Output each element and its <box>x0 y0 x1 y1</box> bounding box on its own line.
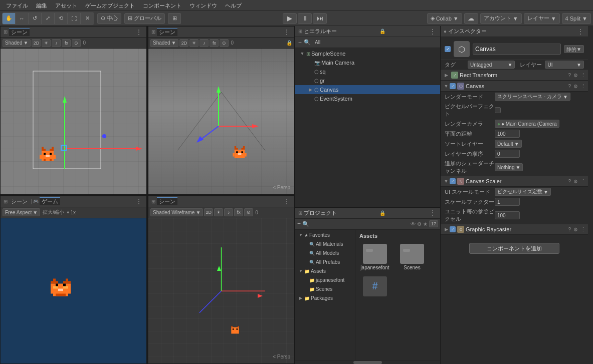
project-scrollbar[interactable] <box>295 360 440 364</box>
shading-dropdown-tl[interactable]: Shaded ▼ <box>3 39 31 47</box>
scene-content-tl[interactable] <box>1 49 146 194</box>
canvas-enable-check[interactable]: ✓ <box>450 83 456 89</box>
tab-game-bl[interactable]: ゲーム <box>40 197 60 205</box>
split-dropdown[interactable]: 4 Split ▼ <box>562 13 591 24</box>
raycaster-help-icon[interactable]: ? <box>568 227 571 232</box>
fx-btn-tr[interactable]: fx <box>210 39 219 47</box>
pause-button[interactable]: ⏸ <box>298 13 312 24</box>
step-button[interactable]: ⏭ <box>313 13 327 24</box>
proj-all-materials[interactable]: 🔍 All Materials <box>295 240 355 249</box>
proj-all-models[interactable]: 🔍 All Models <box>295 249 355 258</box>
proj-japanesefont[interactable]: 📁 japanesefont <box>295 276 355 285</box>
canvas-menu-icon[interactable]: ⋮ <box>580 83 586 90</box>
tab-scene-br[interactable]: シーン <box>157 197 177 205</box>
light-btn-tr[interactable]: ☀ <box>189 39 199 47</box>
layer-order-input[interactable] <box>495 150 520 158</box>
pivot-dropdown[interactable]: ⊙ 中心 <box>97 13 121 24</box>
sort-layer-dropdown[interactable]: Default ▼ <box>495 140 522 148</box>
aspect-dropdown[interactable]: Free Aspect ▼ <box>3 208 40 216</box>
plane-dist-input[interactable] <box>495 130 520 138</box>
component-canvas-scaler-header[interactable]: ▼ ✓ ⤡ Canvas Scaler ? ⚙ ⋮ <box>441 176 588 187</box>
light-btn-tl[interactable]: ☀ <box>42 39 51 47</box>
add-component-button[interactable]: コンポーネントを追加 <box>469 243 559 254</box>
scaler-menu-icon[interactable]: ⋮ <box>580 178 586 185</box>
2d-btn-tr[interactable]: 2D <box>179 39 188 47</box>
cloud-button[interactable]: ☁ <box>464 13 478 24</box>
tree-item-eventsystem[interactable]: ⬡ EventSystem <box>295 94 440 103</box>
raycaster-settings-icon[interactable]: ⚙ <box>573 227 578 232</box>
menu-gameobject[interactable]: ゲームオブジェクト <box>81 0 139 11</box>
component-rect-transform[interactable]: ▶ ⤢ Rect Transform ? ⚙ ⋮ <box>441 70 588 81</box>
hierarchy-search-input[interactable] <box>313 39 437 47</box>
panel-tl-menu[interactable]: ⋮ <box>134 28 143 36</box>
project-add-btn[interactable]: + <box>297 220 301 227</box>
tree-item-canvas[interactable]: ▶ ⬡ Canvas <box>295 85 440 94</box>
tree-item-sq[interactable]: ⬡ sq <box>295 67 440 76</box>
menu-file[interactable]: ファイル <box>2 0 32 11</box>
inspector-menu[interactable]: ⋮ <box>576 28 585 36</box>
tool-custom[interactable]: ✕ <box>81 13 94 24</box>
account-dropdown[interactable]: アカウント ▼ <box>480 13 522 24</box>
tool-move[interactable]: ↔ <box>16 13 29 24</box>
tool-transform[interactable]: ⛶ <box>68 13 81 24</box>
project-eye-btn[interactable]: 👁 <box>411 221 416 227</box>
audio-btn-br[interactable]: ♪ <box>224 208 233 216</box>
project-lock[interactable]: 🔒 <box>379 210 385 216</box>
rect-help-icon[interactable]: ? <box>568 73 571 78</box>
hierarchy-lock[interactable]: 🔒 <box>379 29 385 34</box>
tree-item-samplescene[interactable]: ▼ ⊞ SampleScene <box>295 49 440 58</box>
component-raycaster-header[interactable]: ▶ ✓ ⊙ Graphic Raycaster ? ⚙ ⋮ <box>441 224 588 235</box>
project-filter-btn[interactable]: ⚙ <box>417 221 422 227</box>
project-menu[interactable]: ⋮ <box>428 209 437 217</box>
audio-btn-tr[interactable]: ♪ <box>200 39 209 47</box>
scene-content-br[interactable]: y x z <box>148 218 294 364</box>
tag-dropdown[interactable]: Untagged ▼ <box>468 61 515 69</box>
panel-bl-menu[interactable]: ⋮ <box>134 197 143 205</box>
raycaster-enable-check[interactable]: ✓ <box>450 226 456 232</box>
rect-settings-icon[interactable]: ⚙ <box>573 73 578 78</box>
asset-script[interactable]: # <box>357 274 392 299</box>
proj-all-prefabs[interactable]: 🔍 All Prefabs <box>295 258 355 267</box>
asset-scenes[interactable]: Scenes <box>394 242 430 272</box>
component-canvas-header[interactable]: ▼ ✓ ⬡ Canvas ? ⚙ ⋮ <box>441 81 588 92</box>
menu-help[interactable]: ヘルプ <box>221 0 246 11</box>
render-camera-val[interactable]: ● ● Main Camera (Camera <box>495 120 559 128</box>
lock-icon-tr[interactable]: 🔒 <box>286 40 292 46</box>
2d-btn-br[interactable]: 2D <box>204 208 213 216</box>
proj-assets[interactable]: ▼ 📁 Assets <box>295 267 355 276</box>
static-dropdown[interactable]: 静的▼ <box>564 45 584 53</box>
grid-btn[interactable]: ⊞ <box>168 13 181 24</box>
tab-scene-tr[interactable]: シーン <box>157 28 177 36</box>
light-btn-br[interactable]: ☀ <box>214 208 223 216</box>
scale-factor-input[interactable] <box>495 198 520 206</box>
shading-dropdown-br[interactable]: Shaded Wireframe ▼ <box>150 208 203 216</box>
scene-content-tr[interactable]: < Persp <box>148 49 294 194</box>
panel-br-menu[interactable]: ⋮ <box>282 197 291 205</box>
layer-dropdown-insp[interactable]: UI ▼ <box>545 61 584 69</box>
menu-edit[interactable]: 編集 <box>32 0 51 11</box>
gizmo-btn-tr[interactable]: ⊙ <box>220 39 229 47</box>
render-mode-dropdown[interactable]: スクリーンスペース - カメラ ▼ <box>495 93 570 101</box>
collab-dropdown[interactable]: ◈ Collab ▼ <box>427 13 462 24</box>
object-name-input[interactable] <box>473 44 561 55</box>
fx-btn-br[interactable]: fx <box>234 208 243 216</box>
tab-scene-bl[interactable]: シーン <box>9 198 30 205</box>
scaler-help-icon[interactable]: ? <box>568 179 571 184</box>
gizmo-btn-tl[interactable]: ⊙ <box>72 39 81 47</box>
scaler-enable-check[interactable]: ✓ <box>450 178 456 184</box>
project-star-btn[interactable]: ★ <box>423 221 428 227</box>
tree-item-gr[interactable]: ⬡ gr <box>295 76 440 85</box>
canvas-help-icon[interactable]: ? <box>568 84 571 89</box>
proj-packages[interactable]: ▶ 📁 Packages <box>295 294 355 303</box>
tool-rect[interactable]: ⟲ <box>55 13 68 24</box>
tool-rotate[interactable]: ↺ <box>29 13 42 24</box>
tool-hand[interactable]: ✋ <box>3 13 16 24</box>
2d-btn-tl[interactable]: 2D <box>32 39 41 47</box>
menu-window[interactable]: ウィンドウ <box>185 0 221 11</box>
canvas-settings-icon[interactable]: ⚙ <box>573 84 578 89</box>
menu-asset[interactable]: アセット <box>51 0 81 11</box>
menu-component[interactable]: コンポーネント <box>139 0 185 11</box>
gizmo-btn-br[interactable]: ⊙ <box>244 208 253 216</box>
asset-japanesefont[interactable]: japanesefont <box>357 242 392 272</box>
play-button[interactable]: ▶ <box>283 13 297 24</box>
